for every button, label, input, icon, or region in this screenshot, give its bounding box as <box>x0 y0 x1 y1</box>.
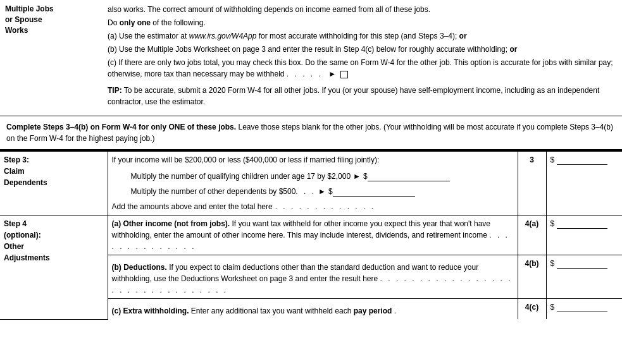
form-table: Step 3: Claim Dependents If your income … <box>0 150 622 320</box>
item-c-text: (c) If there are only two jobs total, yo… <box>108 58 613 78</box>
multiply2-text: Multiply the number of other dependents … <box>131 186 296 197</box>
step4c-dot: . <box>394 306 396 315</box>
step4a-num: 4(a) <box>525 219 538 228</box>
step3-intro: If your income will be $200,000 or less … <box>112 154 514 166</box>
step4c-text: Enter any additional tax you want withhe… <box>191 306 354 315</box>
step4c-amount-input[interactable] <box>557 303 607 312</box>
step3-label-line3: Dependents <box>4 177 104 188</box>
complete-steps-bold: Complete Steps 3–4(b) on Form W-4 for on… <box>6 123 236 131</box>
step3-num: 3 <box>530 155 534 164</box>
multiply-row-1: Multiply the number of qualifying childr… <box>131 171 514 182</box>
step4c-content: (c) Extra withholding. Enter any additio… <box>108 299 518 320</box>
step4b-content: (b) Deductions. If you expect to claim d… <box>108 255 518 299</box>
step4c-num: 4(c) <box>525 303 538 312</box>
do-text: Do <box>108 18 120 27</box>
step4c-input-cell: $ <box>546 299 622 320</box>
step4b-amount-input[interactable] <box>557 259 607 269</box>
step4-label-line4: Adjustments <box>4 252 104 264</box>
multiply2-dots: . . . <box>295 186 316 197</box>
step4a-row: Step 4 (optional): Other Adjustments (a)… <box>0 215 622 255</box>
step4-label-line3: Other <box>4 241 104 252</box>
item-a-or: or <box>459 32 467 40</box>
step4a-input-cell: $ <box>546 215 622 255</box>
item-a-url: www.irs.gov/W4App <box>189 32 257 40</box>
arrow2-icon: ► <box>318 186 326 197</box>
complete-steps-block: Complete Steps 3–4(b) on Form W-4 for on… <box>0 116 622 150</box>
item-c-checkbox[interactable] <box>340 71 348 78</box>
label-line3: Works <box>5 26 28 35</box>
item-c-dots: . . . . . <box>287 70 323 78</box>
dollar2: $ <box>328 186 333 197</box>
multiple-jobs-section: Multiple Jobs or Spouse Works also works… <box>0 0 622 116</box>
step4b-input-cell: $ <box>546 255 622 299</box>
arrow1-icon: ► <box>353 171 361 182</box>
dollar1: $ <box>363 171 368 182</box>
do-only-one: Do only one of the following. <box>108 17 616 28</box>
multiply1-text: Multiply the number of qualifying childr… <box>131 171 351 182</box>
step3-label-line1: Step 3: <box>4 154 104 166</box>
step4-label-line1: Step 4 <box>4 218 104 229</box>
intro-text: also works. The correct amount of withho… <box>108 4 616 15</box>
tip-text: To be accurate, submit a 2020 Form W-4 f… <box>108 86 599 106</box>
section-content: also works. The correct amount of withho… <box>108 4 622 109</box>
page: Multiple Jobs or Spouse Works also works… <box>0 0 622 320</box>
step4c-dollar: $ <box>550 303 555 312</box>
step3-label-line2: Claim <box>4 166 104 177</box>
only-one-text: only one <box>120 18 151 27</box>
step3-number: 3 <box>518 151 546 215</box>
step4b-dollar: $ <box>550 259 555 268</box>
step3-input-cell: $ <box>546 151 622 215</box>
label-line1: Multiple Jobs <box>5 4 54 13</box>
item-a: (a) Use the estimator at www.irs.gov/W4A… <box>108 30 616 42</box>
step4-label: Step 4 (optional): Other Adjustments <box>0 215 108 320</box>
step4a-dollar: $ <box>550 219 555 228</box>
add-dots: . . . . . . . . . . . . . <box>275 201 375 212</box>
step4b-num: 4(b) <box>525 259 539 268</box>
item-b-or: or <box>509 45 517 54</box>
do-rest: of the following. <box>151 18 206 27</box>
step4b-number: 4(b) <box>518 255 546 299</box>
item-c: (c) If there are only two jobs total, yo… <box>108 57 616 80</box>
step4c-bold: (c) Extra withholding. <box>112 306 189 315</box>
step4a-number: 4(a) <box>518 215 546 255</box>
step4a-amount-input[interactable] <box>557 219 607 229</box>
item-a-text: (a) Use the estimator at <box>108 32 189 40</box>
step4b-bold: (b) Deductions. <box>112 263 167 272</box>
add-line-text: Add the amounts above and enter the tota… <box>112 201 273 212</box>
step3-label: Step 3: Claim Dependents <box>0 151 108 215</box>
step3-dollar: $ <box>550 155 555 164</box>
step4c-bold2: pay period <box>354 306 392 315</box>
step3-amount-input[interactable] <box>557 155 607 165</box>
step3-content: If your income will be $200,000 or less … <box>108 151 518 215</box>
item-b-text: (b) Use the Multiple Jobs Worksheet on p… <box>108 45 509 54</box>
multiply-row-2: Multiply the number of other dependents … <box>131 186 514 197</box>
tip-label: TIP: <box>108 86 122 95</box>
item-a-rest: for most accurate withholding for this s… <box>256 32 459 40</box>
step4-label-line2: (optional): <box>4 229 104 241</box>
step4a-content: (a) Other income (not from jobs). If you… <box>108 215 518 255</box>
multiply2-input[interactable] <box>333 187 415 197</box>
section-label: Multiple Jobs or Spouse Works <box>0 4 108 109</box>
step3-row: Step 3: Claim Dependents If your income … <box>0 151 622 215</box>
arrow-icon: ► <box>328 70 336 78</box>
step4c-number: 4(c) <box>518 299 546 320</box>
step4a-bold: (a) Other income (not from jobs). <box>112 219 230 228</box>
add-line-row: Add the amounts above and enter the tota… <box>112 201 514 212</box>
multiply1-input[interactable] <box>368 172 450 181</box>
tip-block: TIP: To be accurate, submit a 2020 Form … <box>108 85 616 107</box>
label-line2: or Spouse <box>5 15 42 24</box>
item-b: (b) Use the Multiple Jobs Worksheet on p… <box>108 44 616 55</box>
